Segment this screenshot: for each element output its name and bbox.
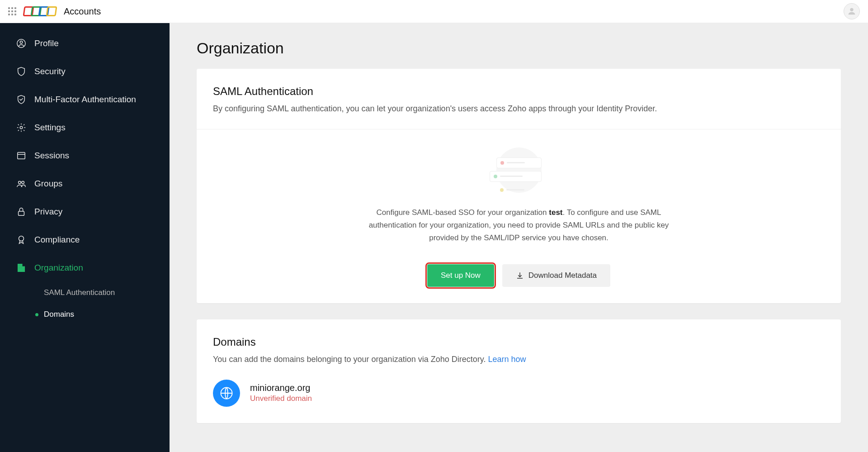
sidebar-item-groups[interactable]: Groups [0, 170, 170, 198]
saml-illustration [490, 147, 548, 197]
svg-point-5 [19, 181, 21, 184]
sidebar-item-label: Organization [34, 263, 83, 273]
sidebar-item-profile[interactable]: Profile [0, 29, 170, 57]
saml-card: SAML Authentication By configuring SAML … [197, 69, 841, 303]
logo[interactable] [24, 6, 57, 16]
badge-icon [16, 235, 26, 245]
sidebar-item-privacy[interactable]: Privacy [0, 198, 170, 226]
page-title: Organization [197, 39, 841, 57]
sidebar-item-security[interactable]: Security [0, 57, 170, 86]
sidebar-subitems: SAML Authentication Domains [0, 282, 170, 325]
setup-now-button[interactable]: Set up Now [427, 264, 494, 287]
divider [197, 129, 841, 129]
svg-point-8 [19, 236, 24, 241]
svg-rect-7 [19, 211, 24, 215]
sidebar-item-label: Sessions [34, 151, 69, 161]
sidebar-item-label: Settings [34, 123, 66, 133]
domains-desc-text: You can add the domains belonging to you… [213, 355, 488, 364]
building-icon [16, 263, 26, 273]
sidebar-sub-domains[interactable]: Domains [35, 304, 170, 325]
svg-rect-13 [19, 266, 20, 267]
svg-rect-16 [20, 268, 21, 269]
svg-rect-14 [20, 266, 21, 267]
download-icon [516, 271, 524, 280]
sidebar-item-sessions[interactable]: Sessions [0, 142, 170, 170]
apps-grid-icon[interactable] [8, 7, 16, 15]
domain-row[interactable]: miniorange.org Unverified domain [213, 380, 825, 407]
button-label: Download Metadata [528, 271, 597, 280]
svg-point-0 [850, 8, 853, 11]
sidebar-item-settings[interactable]: Settings [0, 114, 170, 142]
svg-point-3 [20, 126, 23, 129]
domain-name: miniorange.org [250, 383, 312, 393]
sidebar-sub-saml[interactable]: SAML Authentication [35, 282, 170, 304]
shield-icon [16, 67, 26, 76]
sidebar-item-label: Security [34, 67, 66, 76]
domains-title: Domains [213, 336, 825, 348]
download-metadata-button[interactable]: Download Metadata [502, 264, 610, 287]
sidebar: Profile Security Multi-Factor Authentica… [0, 23, 170, 452]
main-content: Organization SAML Authentication By conf… [170, 23, 868, 452]
svg-rect-11 [19, 265, 20, 266]
domain-status: Unverified domain [250, 394, 312, 403]
sidebar-item-label: Compliance [34, 235, 80, 245]
learn-how-link[interactable]: Learn how [488, 355, 526, 364]
svg-rect-15 [19, 268, 20, 269]
header: Accounts [0, 0, 868, 23]
avatar[interactable] [844, 3, 860, 19]
dot-icon [35, 291, 38, 295]
domain-info: miniorange.org Unverified domain [250, 383, 312, 403]
sidebar-item-compliance[interactable]: Compliance [0, 226, 170, 254]
saml-body-pre: Configure SAML-based SSO for your organi… [377, 208, 549, 217]
lock-icon [16, 207, 26, 217]
svg-rect-10 [22, 266, 25, 271]
sidebar-item-label: Multi-Factor Authentication [34, 95, 136, 105]
window-icon [16, 151, 26, 161]
header-left: Accounts [8, 6, 101, 17]
domains-card: Domains You can add the domains belongin… [197, 319, 841, 423]
sidebar-sub-label: Domains [44, 310, 74, 319]
saml-desc: By configuring SAML authentication, you … [213, 102, 825, 115]
saml-body-org: test [549, 208, 562, 217]
user-icon [16, 38, 26, 48]
button-label: Set up Now [441, 271, 481, 280]
app-title: Accounts [64, 6, 101, 17]
shield-check-icon [16, 95, 26, 105]
svg-point-6 [22, 181, 24, 184]
sidebar-item-organization[interactable]: Organization [0, 254, 170, 282]
svg-rect-4 [18, 152, 25, 159]
gear-icon [16, 123, 26, 133]
saml-title: SAML Authentication [213, 85, 825, 98]
sidebar-sub-label: SAML Authentication [44, 288, 115, 297]
svg-point-2 [20, 41, 23, 44]
saml-buttons: Set up Now Download Metadata [213, 264, 825, 287]
saml-body: Configure SAML-based SSO for your organi… [365, 206, 673, 244]
dot-icon [35, 313, 38, 316]
sidebar-item-mfa[interactable]: Multi-Factor Authentication [0, 86, 170, 114]
sidebar-item-label: Groups [34, 179, 62, 189]
sidebar-item-label: Profile [34, 38, 59, 48]
svg-rect-12 [20, 265, 21, 266]
sidebar-item-label: Privacy [34, 207, 62, 217]
domains-desc: You can add the domains belonging to you… [213, 353, 825, 366]
group-icon [16, 179, 26, 189]
globe-icon [213, 380, 240, 407]
